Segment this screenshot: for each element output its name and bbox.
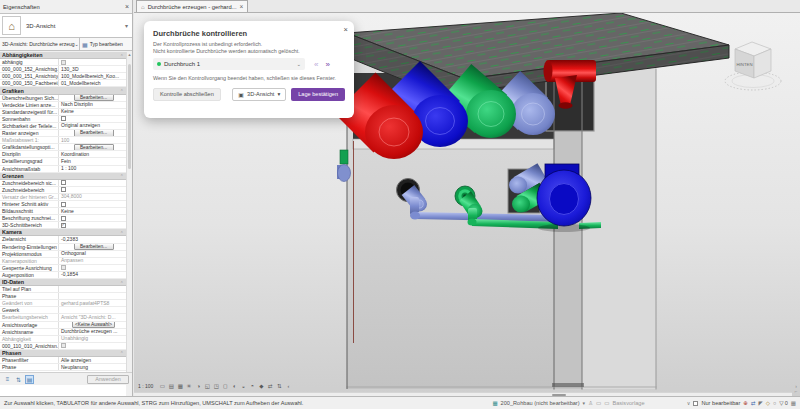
- property-value[interactable]: -0,1854: [58, 272, 126, 278]
- checkbox[interactable]: [61, 202, 66, 207]
- confirm-position-button[interactable]: Lage bestätigen: [291, 88, 345, 101]
- edit-button[interactable]: Bearbeiten...: [74, 95, 114, 101]
- property-row[interactable]: Ansichtsmaßstab1 : 100: [0, 166, 126, 173]
- property-row[interactable]: DetaillierungsgradFein: [0, 158, 126, 165]
- property-value[interactable]: [58, 215, 126, 221]
- close-icon[interactable]: ×: [125, 3, 129, 10]
- property-value[interactable]: 100_Modellbereich_Koo...: [58, 73, 126, 79]
- property-row[interactable]: Ansichtsvorlage<Keine Auswahl>: [0, 322, 126, 329]
- property-value[interactable]: Keine: [58, 109, 126, 115]
- property-row[interactable]: Geändert vongerhard.pawlat4PTS8: [0, 300, 126, 307]
- group-parameters-icon[interactable]: ▤: [25, 375, 34, 384]
- constraints-icon[interactable]: ⇄: [266, 383, 274, 389]
- property-row[interactable]: Verdeckte Linien anze...Nach Disziplin: [0, 102, 126, 109]
- property-row[interactable]: DisziplinKoordination: [0, 151, 126, 158]
- property-value[interactable]: [58, 293, 126, 299]
- property-value[interactable]: Fein: [58, 158, 126, 164]
- view-scale[interactable]: 1 : 100: [138, 383, 153, 389]
- workset-selector[interactable]: 200_Rohbau (nicht bearbeitbar): [501, 400, 580, 406]
- property-row[interactable]: Überschreibungen Sich...Bearbeiten...: [0, 95, 126, 102]
- property-row[interactable]: 000_000_152_Ansichtsg...130_3D: [0, 66, 126, 73]
- select-toggle-icon[interactable]: ◤: [759, 400, 763, 406]
- property-value[interactable]: Alle anzeigen: [58, 357, 126, 363]
- property-row[interactable]: KamerapositionAnpassen: [0, 258, 126, 265]
- view-selector-button[interactable]: ▣ 3D-Ansicht ▾: [232, 88, 286, 101]
- collapse-icon[interactable]: ＾: [120, 173, 125, 178]
- property-value[interactable]: 100: [58, 137, 126, 143]
- close-icon[interactable]: ×: [344, 26, 348, 34]
- property-value[interactable]: Orthogonal: [58, 251, 126, 257]
- checkbox[interactable]: [61, 187, 66, 192]
- show-crop-icon[interactable]: ◳: [212, 383, 220, 389]
- property-value[interactable]: Keine: [58, 208, 126, 214]
- pin-toggle-icon[interactable]: ○: [773, 400, 776, 406]
- close-icon[interactable]: ×: [240, 3, 244, 10]
- property-value[interactable]: Durchbrüche erzeugen ...: [58, 329, 126, 335]
- scrollbar-thumb[interactable]: [128, 64, 131, 169]
- section-header[interactable]: Abhängigkeiten＾: [0, 52, 126, 59]
- checkbox[interactable]: [61, 343, 66, 348]
- property-row[interactable]: Zuschneidebereich sic...: [0, 180, 126, 187]
- property-row[interactable]: 000_110_010_Ansichtsn...: [0, 343, 126, 350]
- property-value[interactable]: [58, 59, 126, 65]
- property-value[interactable]: -0,2383: [58, 236, 126, 242]
- property-value[interactable]: Neuplanung: [58, 364, 126, 370]
- property-value[interactable]: Anpassen: [58, 258, 126, 264]
- section-header[interactable]: Grenzen＾: [0, 173, 126, 180]
- crop-size-icon[interactable]: ▭: [158, 383, 166, 389]
- instance-selector[interactable]: 3D-Ansicht: Durchbrüche erzeug ⌄: [0, 38, 80, 50]
- property-row[interactable]: Beschriftung zuschnei...: [0, 215, 126, 222]
- property-row[interactable]: 000_000_151_Ansichtstyp100_Modellbereich…: [0, 73, 126, 80]
- property-row[interactable]: Maßstabswert 1:100: [0, 137, 126, 144]
- scrollbar-thumb[interactable]: [552, 394, 566, 396]
- detail-level-icon[interactable]: ▤: [167, 383, 175, 389]
- property-value[interactable]: Bearbeiten...: [58, 144, 126, 150]
- properties-scrollbar[interactable]: ▲: [126, 52, 132, 372]
- property-row[interactable]: Grafikdarstellungsopti...Bearbeiten...: [0, 144, 126, 151]
- checkbox[interactable]: [61, 60, 66, 65]
- section-header[interactable]: Phasen＾: [0, 350, 126, 357]
- section-header[interactable]: Grafiken＾: [0, 87, 126, 94]
- collapse-icon[interactable]: ＾: [120, 230, 125, 235]
- type-selector[interactable]: ⌂ 3D-Ansicht ▾: [0, 13, 132, 38]
- property-value[interactable]: gerhard.pawlat4PTS8: [58, 300, 126, 306]
- next-button[interactable]: »: [325, 60, 329, 69]
- visual-style-icon[interactable]: ▦: [176, 383, 184, 389]
- sort-order-icon[interactable]: ⇅: [14, 375, 23, 384]
- property-row[interactable]: Raster anzeigenBearbeiten...: [0, 130, 126, 137]
- property-row[interactable]: Phase: [0, 293, 126, 300]
- finish-control-button[interactable]: Kontrolle abschließen: [153, 88, 221, 101]
- collapse-icon[interactable]: ＾: [120, 350, 125, 355]
- 3d-viewport[interactable]: HINTEN × Durchbrüche kontrollieren Der K…: [134, 13, 800, 396]
- property-value[interactable]: 130_3D: [58, 66, 126, 72]
- property-value[interactable]: Bearbeiten...: [58, 95, 126, 101]
- property-row[interactable]: Versatz der hinteren Gr...304,8000: [0, 194, 126, 201]
- filter-indicator[interactable]: ▽ 0: [779, 400, 787, 406]
- property-row[interactable]: Hinterer Schnitt aktiv: [0, 201, 126, 208]
- scrollbar-corner[interactable]: ›⌐: [792, 384, 800, 396]
- lock-view-icon[interactable]: ◻: [221, 383, 229, 389]
- property-value[interactable]: [58, 187, 126, 193]
- property-row[interactable]: BildausschnittKeine: [0, 208, 126, 215]
- previous-button[interactable]: «: [314, 60, 318, 69]
- property-value[interactable]: [58, 286, 126, 292]
- property-row[interactable]: AnsichtsnameDurchbrüche erzeugen ...: [0, 329, 126, 336]
- horizontal-scrollbar[interactable]: [134, 392, 792, 396]
- property-row[interactable]: 3D-Schnittbereich✓: [0, 222, 126, 229]
- temp-properties-icon[interactable]: ◓: [248, 383, 256, 389]
- drag-toggle-icon[interactable]: ◇: [766, 400, 770, 406]
- sort-alphabetical-icon[interactable]: ≡: [3, 375, 12, 384]
- collapse-icon[interactable]: ＾: [120, 53, 125, 58]
- edit-button[interactable]: <Keine Auswahl>: [72, 322, 115, 328]
- displace-elements-icon[interactable]: ◆: [257, 383, 265, 389]
- property-value[interactable]: [58, 116, 126, 122]
- sun-path-icon[interactable]: ☀: [185, 383, 193, 389]
- property-value[interactable]: 01_Modellbereich: [58, 80, 126, 86]
- property-value[interactable]: Ansicht "3D-Ansicht: D...: [58, 314, 126, 320]
- property-row[interactable]: BearbeitungsbereichAnsicht "3D-Ansicht: …: [0, 314, 126, 321]
- property-value[interactable]: [58, 265, 126, 271]
- checkbox[interactable]: ✓: [61, 223, 66, 228]
- property-value[interactable]: [58, 307, 126, 313]
- view-cube[interactable]: HINTEN: [725, 42, 781, 90]
- property-row[interactable]: ProjektionsmodusOrthogonal: [0, 251, 126, 258]
